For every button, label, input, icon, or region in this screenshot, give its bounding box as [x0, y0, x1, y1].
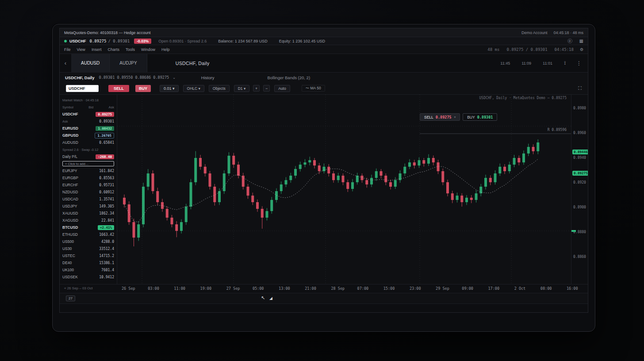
watchlist-text: XAUUSD	[62, 211, 78, 215]
watchlist-row[interactable]: USDSEK10.9412	[60, 273, 117, 280]
time-axis-label: 03:00	[148, 286, 159, 291]
watchlist-row[interactable]: US5004288.0	[60, 238, 117, 245]
watchlist-row[interactable]: ETHUSD1663.42	[60, 231, 117, 238]
gear-icon[interactable]: ⚙	[580, 47, 583, 52]
chart-canvas[interactable]	[117, 95, 571, 284]
chart-symbol-label: USDCHF, Daily	[65, 75, 95, 80]
watchlist-text: USDSEK	[62, 275, 78, 279]
watchlist-row[interactable]: XAGUSD22.841	[60, 217, 117, 224]
timeframe-button[interactable]: D1 ▾	[234, 85, 250, 92]
time-axis-label: 27 Sep	[226, 286, 240, 291]
watchlist-row[interactable]: UK1007601.4	[60, 266, 117, 273]
watchlist-row[interactable]: US3033512.4	[60, 245, 117, 252]
back-arrow-icon[interactable]: ‹	[60, 60, 71, 66]
kebab-menu-icon[interactable]: ⋮	[576, 60, 582, 66]
menu-item-tools[interactable]: Tools	[126, 47, 135, 52]
watchlist-row[interactable]: USTEC14715.2	[60, 252, 117, 259]
candle	[161, 199, 164, 211]
watchlist-row[interactable]: GBPUSD1.26705	[60, 132, 117, 139]
menu-item-file[interactable]: File	[64, 47, 71, 52]
price-axis[interactable]: 0.89800.89600.89400.89200.89000.88800.88…	[571, 95, 588, 284]
grid-layout-icon[interactable]: ▦	[579, 38, 583, 43]
symbol-search-input[interactable]	[66, 85, 99, 92]
candle	[308, 157, 311, 165]
fullscreen-icon[interactable]: ⛶	[578, 85, 582, 91]
balance-label: Balance: 1 234 567.89 USD	[218, 39, 268, 43]
object-count-chip[interactable]: 27	[66, 296, 75, 301]
watchlist-row[interactable]: Ask0.89301	[60, 118, 117, 125]
watchlist-row[interactable]: USDJPY149.305	[60, 203, 117, 210]
watchlist-row[interactable]: EURUSD1.08432	[60, 125, 117, 132]
watchlist-text: 4288.0	[101, 240, 114, 244]
watchlist-row[interactable]: EURJPY161.842	[60, 167, 117, 174]
watchlist-text: USDJPY	[62, 204, 77, 208]
current-price-badge: 0.89446	[572, 150, 588, 154]
auto-scale-button[interactable]: Auto	[274, 85, 290, 92]
watchlist-row[interactable]: EURGBP0.85563	[60, 174, 117, 181]
candle	[294, 166, 297, 178]
candle	[479, 184, 482, 196]
watchlist-row[interactable]: XAUUSD1862.34	[60, 210, 117, 217]
price-axis-label: 0.8940	[573, 156, 586, 160]
candle	[270, 197, 273, 214]
candle	[470, 195, 473, 203]
add-symbol-input[interactable]: + Click to add…	[62, 161, 114, 166]
candle	[209, 171, 211, 189]
time-axis-label: 11:00	[174, 286, 185, 291]
server-time-label: 04:45:18 · 48 ms	[553, 31, 583, 35]
time-axis-range-label: « 26 Sep – 03 Oct	[64, 286, 93, 290]
candle	[403, 164, 406, 176]
zoom-in-button[interactable]: +	[253, 85, 260, 92]
history-link[interactable]: History	[201, 75, 215, 80]
watchlist-row[interactable]: Daily P/L-268.40	[60, 153, 117, 160]
watchlist-row[interactable]: USDCHF0.89275	[60, 111, 117, 118]
quote-bid: 0.89275	[90, 39, 107, 43]
candle	[375, 169, 378, 181]
price-badge: +2.41%	[98, 225, 114, 230]
sell-button[interactable]: SELL	[108, 85, 129, 92]
menu-item-window[interactable]: Window	[141, 47, 155, 52]
tab-audusd[interactable]: AUDUSD	[71, 54, 110, 72]
watchlist-row[interactable]: Spread 2.6 · Swap -0.12	[60, 146, 117, 153]
ma-indicator-chip[interactable]: 〜 MA 50	[302, 85, 325, 92]
indicator-label[interactable]: Bollinger Bands (20, 2)	[267, 75, 310, 80]
menu-item-insert[interactable]: Insert	[92, 47, 102, 52]
candle	[513, 155, 516, 167]
notification-count-badge[interactable]: 0	[567, 38, 572, 43]
candle	[199, 155, 202, 170]
candle	[218, 188, 221, 205]
watchlist-row[interactable]: EURCHF0.95731	[60, 181, 117, 188]
watchlist-row[interactable]: NZDUSD0.60912	[60, 188, 117, 196]
objects-button[interactable]: Objects	[209, 85, 230, 92]
watchlist-text: UK100	[62, 268, 74, 272]
time-axis[interactable]: « 26 Sep – 03 Oct 26 Sep03:0011:0019:002…	[60, 284, 588, 293]
chart-type-button[interactable]: OHLC ▾	[183, 85, 204, 92]
session-time-3: 11:01	[543, 61, 552, 65]
watchlist-text: EURCHF	[62, 183, 78, 187]
candle	[304, 159, 307, 167]
ping-label: 48 ms	[487, 47, 499, 52]
candle	[332, 171, 335, 183]
watchlist-row[interactable]: BTCUSD+2.41%	[60, 224, 117, 231]
zoom-out-button[interactable]: −	[263, 85, 270, 92]
bottom-toolbar: 27 ↖ ◢	[60, 293, 588, 303]
menu-item-view[interactable]: View	[77, 47, 85, 52]
candle	[228, 152, 230, 176]
watchlist-row[interactable]: DE4015386.1	[60, 259, 117, 266]
buy-button[interactable]: BUY	[135, 85, 151, 92]
watchlist-text: Market Watch · 04:45:18	[62, 98, 99, 102]
main-area: Market Watch · 04:45:18SymbolBidAskUSDCH…	[60, 95, 588, 284]
watchlist-text: 1663.42	[99, 233, 114, 237]
watchlist-row[interactable]: AUDUSD0.65841	[60, 139, 117, 146]
watchlist-row[interactable]: + Click to add…	[60, 160, 117, 167]
menu-item-charts[interactable]: Charts	[107, 47, 119, 52]
tab-audjpy[interactable]: AUDJPY	[110, 54, 147, 72]
candle	[261, 206, 264, 229]
volume-select[interactable]: 0.01 ▾	[160, 85, 179, 92]
candle	[361, 173, 364, 183]
watchlist-row[interactable]: USDCAD1.35741	[60, 196, 117, 203]
candle	[171, 215, 173, 227]
menu-item-help[interactable]: Help	[161, 47, 170, 52]
chevron-down-icon[interactable]: ⌄	[172, 76, 176, 80]
candlestick-chart[interactable]: USDCHF, Daily · MetaQuotes Demo — 0.8927…	[117, 95, 571, 284]
